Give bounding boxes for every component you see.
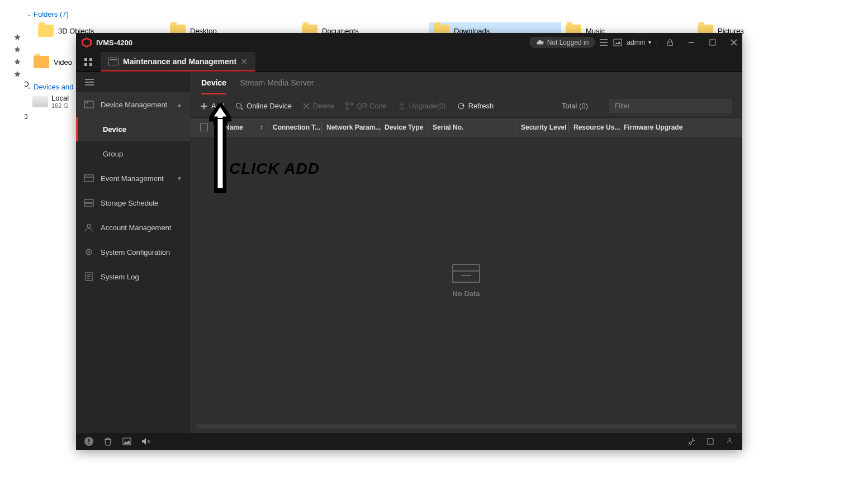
maximize-button[interactable] <box>704 34 721 51</box>
col-resource-usage[interactable]: Resource Us... <box>569 122 619 133</box>
home-grid-button[interactable] <box>76 52 101 72</box>
svg-rect-3 <box>614 39 622 46</box>
table-body: No Data <box>190 137 742 424</box>
pin-icon <box>13 46 21 54</box>
refresh-button[interactable]: Refresh <box>457 102 494 110</box>
tab-close-icon[interactable]: ✕ <box>241 57 248 66</box>
col-network-params[interactable]: Network Param... <box>322 122 380 133</box>
log-icon <box>84 272 94 282</box>
qr-icon <box>345 102 353 110</box>
lock-button[interactable] <box>662 34 679 51</box>
sidebar: Device Management ▲ Device Group Event M… <box>76 72 190 433</box>
statusbar <box>76 433 742 450</box>
folders-tree-header[interactable]: ⌄Folders (7) <box>27 10 69 18</box>
close-button[interactable] <box>726 34 742 51</box>
restore-icon[interactable] <box>705 436 715 446</box>
refresh-icon <box>457 102 465 110</box>
sidebar-item-storage-schedule[interactable]: Storage Schedule <box>76 191 190 215</box>
app-title: iVMS-4200 <box>96 39 132 47</box>
delete-button: Delete <box>303 102 334 110</box>
chevron-down-icon: ▼ <box>177 175 182 182</box>
filter-input[interactable] <box>609 99 732 113</box>
svg-rect-6 <box>84 58 87 61</box>
col-firmware-upgrade[interactable]: Firmware Upgrade <box>619 122 687 133</box>
pin-icon <box>13 58 21 66</box>
pin-icon <box>13 34 21 41</box>
col-connection-type[interactable]: Connection T... <box>268 122 322 133</box>
select-all-checkbox[interactable] <box>200 123 208 131</box>
pin-icon <box>13 70 21 78</box>
search-icon <box>235 102 243 110</box>
svg-rect-8 <box>84 63 87 66</box>
device-icon <box>84 99 94 110</box>
plus-icon <box>200 102 208 110</box>
collapse-icon[interactable] <box>724 436 734 446</box>
sidebar-item-system-log[interactable]: System Log <box>76 264 190 289</box>
svg-point-2 <box>600 45 601 46</box>
sidebar-label: System Log <box>101 273 139 281</box>
online-device-button[interactable]: Online Device <box>235 102 292 110</box>
svg-rect-5 <box>710 40 715 45</box>
upgrade-button: Upgrade(0) <box>398 102 446 110</box>
qr-code-button: QR Code <box>345 102 387 110</box>
svg-rect-22 <box>350 103 353 105</box>
col-name[interactable]: Name▲▼ <box>220 122 268 133</box>
cloud-icon <box>536 39 544 46</box>
sidebar-item-account-management[interactable]: Account Management <box>76 215 190 240</box>
svg-rect-15 <box>84 203 93 206</box>
sidebar-item-device-management[interactable]: Device Management ▲ <box>76 92 190 117</box>
add-button[interactable]: Add <box>200 102 224 110</box>
trash-icon[interactable] <box>103 436 113 446</box>
mute-icon[interactable] <box>141 436 151 446</box>
svg-point-20 <box>236 103 241 108</box>
minimize-button[interactable] <box>683 34 700 51</box>
svg-rect-26 <box>123 438 131 445</box>
folder-videos[interactable]: Video <box>34 56 72 68</box>
login-status-pill[interactable]: Not Logged in <box>529 37 596 48</box>
col-device-type[interactable]: Device Type <box>380 122 428 133</box>
ivms-app-window: iVMS-4200 Not Logged in admin▼ Maintenan… <box>76 33 742 450</box>
local-disk-item[interactable]: Local162 G <box>32 94 69 109</box>
devices-tree-header[interactable]: ⌄Devices and <box>27 83 74 91</box>
user-dropdown[interactable]: admin▼ <box>627 39 652 46</box>
list-icon[interactable] <box>600 38 609 47</box>
drive-icon <box>32 96 48 107</box>
subtab-stream-media-server[interactable]: Stream Media Server <box>240 72 314 94</box>
account-icon <box>84 222 94 232</box>
svg-rect-27 <box>708 439 713 444</box>
svg-point-0 <box>600 39 601 40</box>
x-icon <box>303 103 310 110</box>
sidebar-label: Storage Schedule <box>101 199 158 207</box>
sidebar-label: Account Management <box>101 224 171 232</box>
sidebar-toggle-button[interactable] <box>76 72 190 92</box>
sidebar-item-system-configuration[interactable]: System Configuration <box>76 240 190 264</box>
col-serial-no[interactable]: Serial No. <box>428 122 516 133</box>
picture-icon[interactable] <box>122 436 132 446</box>
main-panel: Device Stream Media Server Add Online De… <box>190 72 742 433</box>
svg-point-12 <box>87 102 88 103</box>
svg-point-11 <box>86 102 87 103</box>
subtab-device[interactable]: Device <box>201 72 226 94</box>
image-icon[interactable] <box>613 38 622 47</box>
sidebar-label: Event Management <box>101 174 164 183</box>
svg-rect-21 <box>346 103 348 105</box>
svg-rect-14 <box>84 199 93 202</box>
tab-icon <box>108 58 118 65</box>
sidebar-sub-group[interactable]: Group <box>76 141 190 166</box>
alert-icon[interactable] <box>84 436 94 446</box>
horizontal-scrollbar[interactable] <box>196 424 737 429</box>
svg-point-1 <box>600 42 601 43</box>
table-header: Name▲▼ Connection T... Network Param... … <box>190 118 742 137</box>
sidebar-sub-device[interactable]: Device <box>76 117 190 141</box>
sidebar-label: Device Management <box>101 101 167 109</box>
svg-rect-10 <box>84 101 93 108</box>
svg-point-18 <box>88 251 90 253</box>
tab-maintenance[interactable]: Maintenance and Management ✕ <box>101 52 255 72</box>
app-logo-icon <box>82 37 92 47</box>
folder-icon <box>34 56 49 68</box>
col-security-level[interactable]: Security Level <box>516 122 569 133</box>
sort-icon: ▲▼ <box>260 125 263 130</box>
sidebar-item-event-management[interactable]: Event Management ▼ <box>76 166 190 191</box>
sidebar-label: System Configuration <box>101 248 170 256</box>
pin-icon[interactable] <box>686 436 696 446</box>
